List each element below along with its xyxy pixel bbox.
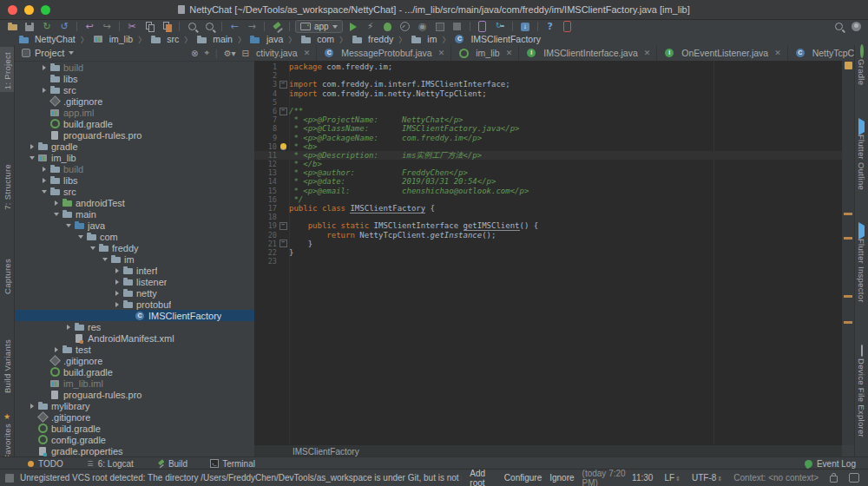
cut-button[interactable]: ✂ [125, 21, 139, 33]
encoding-widget[interactable]: UTF-8⇕ [692, 473, 722, 483]
stripe-build-variants[interactable]: Build Variants [0, 337, 14, 393]
stripe-gradle[interactable]: Gradle [855, 46, 868, 85]
tool-window-button-build[interactable]: Build [156, 459, 187, 469]
code-line-23[interactable]: 23 [254, 257, 842, 266]
stop-button[interactable] [450, 21, 464, 33]
close-window-button[interactable] [8, 5, 17, 15]
fold-marker-icon[interactable]: − [279, 81, 287, 89]
navigate-forward-button[interactable]: → [245, 21, 259, 33]
hide-panel-icon[interactable]: ⊟ [242, 49, 249, 58]
close-tab-icon[interactable]: ✕ [774, 49, 781, 57]
close-tab-icon[interactable]: ✕ [438, 49, 445, 57]
tree-item-main[interactable]: main [15, 208, 254, 220]
settings-gear-icon[interactable]: ⚙▾ [224, 49, 236, 58]
sdk-manager-button[interactable]: ↓ [518, 21, 532, 33]
code-line-22[interactable]: 22} [254, 248, 842, 257]
editor-tab-MessageProtobuf.java[interactable]: CMessageProtobuf.java✕ [317, 45, 451, 61]
breadcrumb-main[interactable]: main [195, 34, 233, 44]
locate-icon[interactable]: ⌖ [204, 48, 209, 58]
code-line-4[interactable]: 4import com.freddy.im.netty.NettyTcpClie… [254, 89, 842, 98]
tree-item-proguard-rules.pro[interactable]: proguard-rules.pro [15, 129, 254, 141]
paste-button[interactable] [160, 21, 174, 33]
tool-window-button-todo[interactable]: TODO [26, 459, 63, 469]
close-tab-icon[interactable]: ✕ [506, 49, 513, 57]
lock-icon[interactable] [830, 476, 838, 483]
tree-item-AndroidManifest.xml[interactable]: AndroidManifest.xml [15, 332, 254, 344]
fold-marker-icon[interactable]: − [279, 108, 287, 115]
editor-breadcrumb-item[interactable]: IMSClientFactory [293, 447, 359, 456]
tool-window-switcher-icon[interactable] [5, 474, 14, 483]
debug-button[interactable] [381, 21, 395, 33]
tree-item-app.iml[interactable]: app.iml [15, 107, 254, 118]
tree-item-.gitignore[interactable]: .gitignore [15, 355, 254, 366]
tree-item-proguard-rules.pro[interactable]: proguard-rules.pro [15, 389, 254, 400]
tree-item-src[interactable]: src [15, 186, 254, 197]
project-panel-title[interactable]: Project [35, 48, 64, 58]
tree-item-im_lib[interactable]: im_lib [15, 152, 254, 163]
redo-button[interactable]: ↪ [100, 21, 114, 33]
code-line-16[interactable]: 16 */ [254, 195, 842, 204]
tree-item-gradle[interactable]: gradle [15, 141, 254, 152]
tree-item-res[interactable]: res [15, 321, 254, 332]
tree-item-libs[interactable]: libs [15, 73, 254, 84]
editor-tab-ctivity.java[interactable]: ctivity.java✕ [254, 45, 317, 61]
stripe-device-file-explorer[interactable]: Device File Explorer [855, 345, 868, 437]
ignore-link[interactable]: Ignore [549, 473, 574, 483]
search-everywhere-button[interactable] [832, 21, 845, 33]
breadcrumb-src[interactable]: src [149, 34, 179, 44]
code-line-11[interactable]: 11 * <p>@Description: ims实例工厂方法</p> [254, 151, 842, 160]
avd-manager-button[interactable] [476, 21, 490, 33]
code-line-12[interactable]: 12 * </b> [254, 160, 842, 168]
tree-item-build[interactable]: build [15, 163, 254, 174]
tree-item-build.gradle[interactable]: build.gradle [15, 118, 254, 129]
run-configuration-selector[interactable]: app [295, 20, 343, 33]
tree-item-.gitignore[interactable]: .gitignore [15, 95, 254, 107]
replace-button[interactable] [202, 21, 216, 33]
stripe-captures[interactable]: Captures [0, 256, 14, 294]
tree-item-src[interactable]: src [15, 84, 254, 95]
breadcrumb-IMSClientFactory[interactable]: CIMSClientFactory [453, 34, 541, 44]
stripe-flutter-outline[interactable]: Flutter Outline [855, 122, 868, 190]
tree-item-protobuf[interactable]: protobuf [15, 299, 254, 310]
code-line-2[interactable]: 2 [254, 71, 842, 80]
breadcrumb-im[interactable]: im [410, 34, 437, 44]
apply-changes-button[interactable]: ⚡ [364, 21, 378, 33]
tree-item-netty[interactable]: netty [15, 287, 254, 299]
configure-link[interactable]: Configure [504, 473, 542, 483]
code-line-14[interactable]: 14 * <p>@date: 2019/03/31 20:54</p> [254, 177, 842, 186]
code-line-20[interactable]: 20 return NettyTcpClient.getInstance(); [254, 231, 842, 240]
tree-item-freddy[interactable]: freddy [15, 242, 254, 253]
tool-window-button-terminal[interactable]: ›_Terminal [210, 459, 255, 469]
code-line-9[interactable]: 9 * <p>@PackageName: com.freddy.im</p> [254, 134, 842, 142]
sync-button[interactable]: ↻ [40, 21, 54, 33]
code-line-5[interactable]: 5 [254, 98, 842, 107]
capture-button[interactable] [433, 21, 447, 33]
breadcrumb-im_lib[interactable]: im_lib [92, 34, 133, 44]
stripe-1-project[interactable]: 1: Project [0, 47, 14, 92]
stripe-7-structure[interactable]: 7: Structure [0, 161, 14, 210]
tree-item-IMSClientFactory[interactable]: CIMSClientFactory [15, 310, 254, 321]
code-line-17[interactable]: 17public class IMSClientFactory { [254, 204, 842, 213]
fold-marker-icon[interactable]: − [279, 240, 287, 247]
collapse-all-icon[interactable]: ⊗ [191, 49, 198, 58]
undo-button[interactable]: ↩ [82, 21, 96, 33]
zoom-window-button[interactable] [41, 5, 50, 15]
code-line-1[interactable]: 1package com.freddy.im; [254, 62, 842, 71]
code-line-10[interactable]: 10 * <b> [254, 142, 842, 151]
find-button[interactable] [185, 21, 199, 33]
inspection-indicator[interactable] [845, 62, 852, 69]
tool-window-button-6-logcat[interactable]: ☰6: Logcat [86, 459, 134, 469]
error-stripe[interactable] [842, 61, 855, 445]
warning-mark[interactable] [844, 237, 852, 240]
code-line-18[interactable]: 18 [254, 213, 842, 221]
editor-tab-IMSClientInterface.java[interactable]: IIMSClientInterface.java✕ [519, 45, 657, 61]
tree-item-config.gradle[interactable]: config.gradle [15, 434, 254, 445]
tree-item-build[interactable]: build [15, 62, 254, 73]
code-editor[interactable]: 1package com.freddy.im;23−import com.fre… [254, 61, 842, 445]
warning-mark[interactable] [844, 213, 852, 215]
line-separator-widget[interactable]: LF⇕ [664, 473, 681, 483]
intention-bulb-icon[interactable] [280, 143, 286, 149]
open-button[interactable] [5, 21, 19, 33]
tree-item-com[interactable]: com [15, 231, 254, 242]
editor-tab-NettyTcpClient.java[interactable]: CNettyTcpClient.java✕ [788, 45, 855, 61]
